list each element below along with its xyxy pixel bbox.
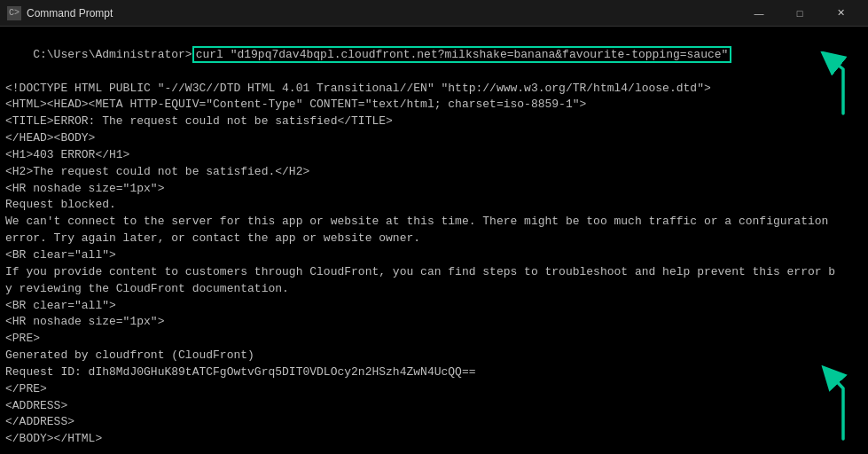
terminal-line: <HR noshade size="1px"> <box>5 181 863 198</box>
maximize-button[interactable]: □ <box>779 0 820 27</box>
arrow-2-container <box>781 364 852 447</box>
terminal-line: <HTML><HEAD><META HTTP-EQUIV="Content-Ty… <box>5 97 863 114</box>
terminal-line: <BR clear="all"> <box>5 298 863 315</box>
terminal-line: <H1>403 ERROR</H1> <box>5 147 863 164</box>
terminal-line: C:\Users\Administrator>curl "d19pq7dav4b… <box>5 30 863 81</box>
terminal-line: </PRE> <box>5 381 863 398</box>
prompt: C:\Users\Administrator> <box>33 48 192 61</box>
cmd-highlight-1: curl "d19pq7dav4bqpl.cloudfront.net?milk… <box>192 46 732 63</box>
terminal-line: </BODY></HTML> <box>5 431 863 448</box>
terminal-line: <HR noshade size="1px"> <box>5 314 863 331</box>
terminal-line: <BR clear="all"> <box>5 247 863 264</box>
terminal-line: error. Try again later, or contact the a… <box>5 231 863 247</box>
terminal-line: </HEAD><BODY> <box>5 130 863 147</box>
terminal-line: </ADDRESS> <box>5 414 863 431</box>
close-button[interactable]: ✕ <box>820 0 861 27</box>
terminal-line: <H2>The request could not be satisfied.<… <box>5 164 863 181</box>
arrow-2-icon <box>781 364 852 443</box>
arrow-1-container <box>781 51 852 126</box>
terminal-line: Request ID: dIh8MdJ0GHuK89tATCFgOwtvGrq5… <box>5 364 863 381</box>
terminal-line: <PRE> <box>5 331 863 348</box>
terminal-line: We can't connect to the server for this … <box>5 214 863 231</box>
app-icon: C> <box>7 6 21 20</box>
title-bar: C> Command Prompt — □ ✕ <box>0 0 868 27</box>
window-title: Command Prompt <box>27 7 113 20</box>
terminal-line: <TITLE>ERROR: The request could not be s… <box>5 114 863 130</box>
terminal-line: Generated by cloudfront (CloudFront) <box>5 348 863 364</box>
minimize-button[interactable]: — <box>739 0 779 27</box>
terminal-line: <!DOCTYPE HTML PUBLIC "-//W3C//DTD HTML … <box>5 81 863 98</box>
terminal-line: Request blocked. <box>5 197 863 214</box>
terminal-line: y reviewing the CloudFront documentation… <box>5 281 863 298</box>
terminal-line: C:\Users\Administrator>curl -H "x-milksh… <box>5 448 863 454</box>
terminal-line: <ADDRESS> <box>5 398 863 415</box>
arrow-1-icon <box>781 51 852 122</box>
terminal-line: If you provide content to customers thro… <box>5 264 863 281</box>
terminal: C:\Users\Administrator>curl "d19pq7dav4b… <box>0 27 868 454</box>
